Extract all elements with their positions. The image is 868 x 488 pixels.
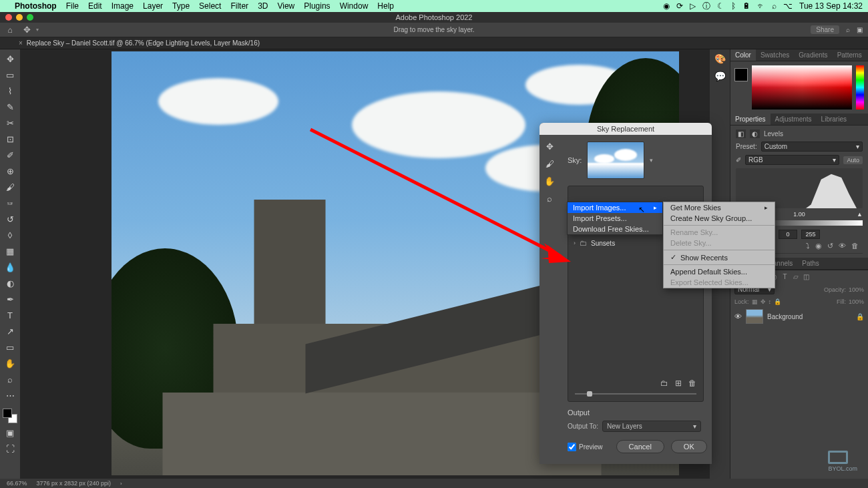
blur-tool[interactable]: 💧	[3, 260, 17, 274]
color-fg-swatch[interactable]	[734, 68, 748, 81]
delete-preset-icon[interactable]: 🗑	[688, 379, 696, 388]
tab-color[interactable]: Color	[730, 49, 756, 61]
menu-edit[interactable]: Edit	[88, 1, 102, 11]
layer-name[interactable]: Background	[767, 313, 803, 320]
type-tool[interactable]: T	[3, 308, 17, 322]
swatches-dock-icon[interactable]: 🎨	[714, 53, 726, 64]
menu-import-images[interactable]: Import Images...▸	[568, 202, 662, 213]
menu-show-recents[interactable]: ✓Show Recents	[664, 252, 775, 263]
menu-download-free-skies[interactable]: Download Free Skies...	[568, 224, 662, 234]
menu-create-new-sky-group[interactable]: Create New Sky Group...	[664, 213, 775, 224]
lock-all-icon[interactable]: 🔒	[774, 298, 781, 305]
stamp-tool[interactable]: ⎃	[3, 196, 17, 210]
thumbnail-size-slider[interactable]	[568, 391, 703, 397]
zoom-level[interactable]: 66.67%	[7, 480, 27, 487]
tab-adjustments[interactable]: Adjustments	[771, 113, 817, 125]
layer-lock-icon[interactable]: 🔒	[856, 313, 864, 320]
menu-layer[interactable]: Layer	[143, 1, 163, 11]
menu-import-presets[interactable]: Import Presets...	[568, 213, 662, 224]
layer-visibility-icon[interactable]: 👁	[734, 312, 742, 320]
status-control-icon[interactable]: ⌥	[783, 1, 793, 11]
hue-slider[interactable]	[856, 65, 864, 109]
quick-mask-tool[interactable]: ▣	[3, 426, 17, 439]
cancel-button[interactable]: Cancel	[616, 440, 664, 453]
history-brush-tool[interactable]: ↺	[3, 212, 17, 226]
new-preset-icon[interactable]: ⊞	[675, 379, 682, 388]
import-submenu[interactable]: Import Images...▸ Import Presets... Down…	[567, 202, 663, 235]
move-tool[interactable]: ✥	[3, 52, 17, 65]
visibility-icon[interactable]: 👁	[839, 242, 846, 250]
share-button[interactable]: Share	[811, 25, 839, 34]
pen-tool[interactable]: ✒	[3, 292, 17, 306]
status-battery-icon[interactable]: 🔋︎	[742, 1, 750, 11]
shape-tool[interactable]: ▭	[3, 340, 17, 354]
tab-libraries[interactable]: Libraries	[817, 113, 851, 125]
view-prev-icon[interactable]: ◉	[815, 242, 822, 250]
output-high[interactable]: 255	[801, 230, 820, 239]
lock-pixels-icon[interactable]: ▦	[752, 298, 758, 305]
preview-checkbox[interactable]: Preview	[568, 443, 603, 451]
trash-icon[interactable]: 🗑	[851, 242, 859, 250]
maximize-window-icon[interactable]	[27, 14, 33, 21]
channel-select[interactable]: RGB▾	[745, 155, 839, 165]
zoom-tool[interactable]: ⌕	[3, 373, 17, 386]
status-bluetooth-icon[interactable]: ᛒ	[731, 1, 736, 11]
marquee-tool[interactable]: ▭	[3, 68, 17, 81]
status-chevron-icon[interactable]: ›	[120, 481, 122, 487]
menu-view[interactable]: View	[277, 1, 294, 11]
tab-patterns[interactable]: Patterns	[833, 49, 867, 61]
lock-artboard-icon[interactable]: ↕	[769, 298, 772, 305]
lasso-tool[interactable]: ⌇	[3, 84, 17, 97]
screen-mode-tool[interactable]: ⛶	[3, 442, 17, 455]
move-tool-icon[interactable]: ✥	[21, 25, 32, 35]
status-play-icon[interactable]: ▷	[690, 1, 696, 11]
close-window-icon[interactable]	[5, 14, 12, 21]
search-icon[interactable]: ⌕	[846, 26, 850, 33]
crop-tool[interactable]: ✂	[3, 116, 17, 130]
close-tab-icon[interactable]: ×	[19, 39, 23, 47]
fill-value[interactable]: 100%	[849, 298, 864, 305]
menu-help[interactable]: Help	[377, 1, 394, 11]
eyedropper-icon[interactable]: ✐	[736, 156, 741, 164]
levels-highlight-value[interactable]: ▲	[857, 211, 863, 218]
sky-options-menu[interactable]: Get More Skies▸ Create New Sky Group... …	[663, 202, 775, 288]
path-tool[interactable]: ↗	[3, 324, 17, 338]
opacity-value[interactable]: 100%	[849, 286, 864, 293]
menu-select[interactable]: Select	[199, 1, 221, 11]
hand-tool[interactable]: ✋	[3, 356, 17, 370]
output-to-select[interactable]: New Layers▾	[602, 421, 701, 432]
status-wifi-icon[interactable]: ᯤ	[757, 1, 765, 11]
healing-tool[interactable]: ⊕	[3, 164, 17, 178]
menu-plugins[interactable]: Plugins	[304, 1, 330, 11]
status-info-icon[interactable]: ⓘ	[702, 1, 710, 12]
filter-smart-icon[interactable]: ◫	[803, 272, 811, 280]
lock-position-icon[interactable]: ✥	[761, 298, 766, 305]
auto-button[interactable]: Auto	[843, 156, 863, 164]
quick-select-tool[interactable]: ✎	[3, 100, 17, 113]
comments-dock-icon[interactable]: 💬	[714, 71, 726, 81]
tab-gradients[interactable]: Gradients	[794, 49, 832, 61]
workspace-icon[interactable]: ▣	[857, 26, 863, 33]
brush-tool[interactable]: 🖌	[3, 180, 17, 194]
menu-3d[interactable]: 3D	[258, 1, 268, 11]
menu-type[interactable]: Type	[172, 1, 190, 11]
window-controls[interactable]	[5, 14, 33, 21]
menu-filter[interactable]: Filter	[230, 1, 248, 11]
filter-shape-icon[interactable]: ▱	[792, 272, 800, 280]
clip-icon[interactable]: ⤵	[806, 242, 810, 250]
eraser-tool[interactable]: ◊	[3, 228, 17, 242]
preset-select[interactable]: Custom▾	[761, 142, 863, 152]
frame-tool[interactable]: ⊡	[3, 132, 17, 146]
edit-toolbar[interactable]: ⋯	[3, 389, 17, 402]
gradient-tool[interactable]: ▦	[3, 244, 17, 258]
sky-dropdown-icon[interactable]: ▾	[650, 157, 653, 164]
layer-thumbnail[interactable]	[746, 309, 763, 324]
preview-checkbox-input[interactable]	[568, 443, 576, 451]
menu-get-more-skies[interactable]: Get More Skies▸	[664, 202, 775, 213]
reset-icon[interactable]: ↺	[827, 242, 833, 250]
menu-app[interactable]: Photoshop	[15, 1, 57, 11]
menu-window[interactable]: Window	[340, 1, 369, 11]
color-swatch-pair[interactable]	[3, 409, 17, 423]
dodge-tool[interactable]: ◐	[3, 276, 17, 290]
tab-paths[interactable]: Paths	[797, 258, 824, 269]
